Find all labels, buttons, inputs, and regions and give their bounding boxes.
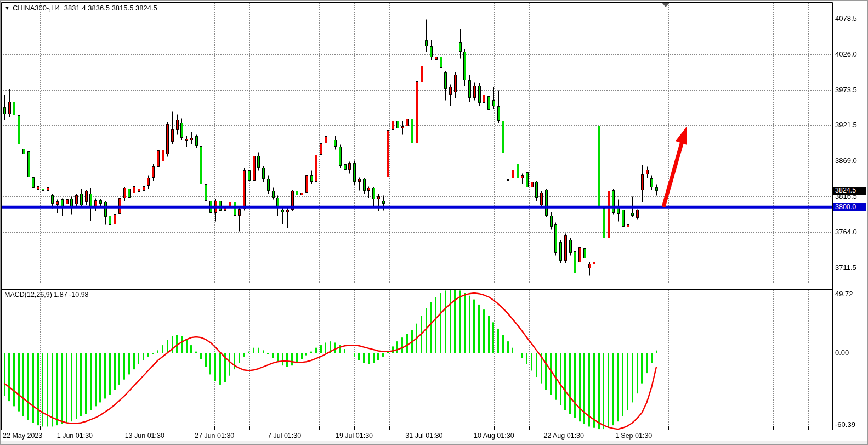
time-axis-label: 22 Aug 01:30 [543, 432, 584, 440]
price-axis-label: 4026.0 [835, 50, 857, 58]
time-axis-label: 13 Jun 01:30 [125, 432, 164, 440]
price-axis-label: 3973.5 [835, 86, 857, 94]
chart-window: ▼CHINA300-,H4 3831.4 3836.5 3815.5 3824.… [0, 0, 868, 445]
symbol-period-label: CHINA300-,H4 [13, 4, 60, 12]
time-axis-label: 27 Jun 01:30 [195, 432, 234, 440]
window-bottom-strip [1, 441, 868, 445]
time-axis-label: 10 Aug 01:30 [474, 432, 514, 440]
time-axis-label: 7 Jul 01:30 [268, 432, 301, 440]
price-axis-label: 3869.0 [835, 156, 857, 165]
ohlc-open: 3831.4 [64, 4, 86, 12]
ohlc-close: 3824.5 [135, 4, 157, 12]
time-axis-label: 22 May 2023 [3, 432, 42, 440]
ohlc-high: 3836.5 [88, 4, 110, 12]
time-axis-label: 31 Jul 01:30 [405, 432, 442, 440]
price-chart-canvas[interactable] [1, 1, 868, 445]
macd-axis-label: 49.72 [835, 290, 853, 298]
support-line-price-badge: 3800.0 [833, 203, 866, 211]
ohlc-low: 3815.5 [112, 4, 134, 12]
price-axis-label: 3711.5 [835, 263, 856, 272]
price-axis-label: 4078.5 [835, 14, 857, 22]
chart-shift-marker-icon[interactable] [662, 3, 670, 7]
symbol-dropdown-icon[interactable]: ▼ [4, 5, 10, 11]
macd-axis-label: 0.00 [835, 348, 849, 357]
time-axis-label: 1 Sep 01:30 [615, 432, 652, 440]
current-price-badge: 3824.5 [833, 187, 866, 195]
price-axis-label: 3921.5 [835, 121, 857, 129]
chart-title: ▼CHINA300-,H4 3831.4 3836.5 3815.5 3824.… [4, 4, 157, 12]
macd-axis-label: -60.39 [835, 420, 855, 429]
time-axis-label: 1 Jun 01:30 [57, 432, 93, 440]
macd-indicator-label: MACD(12,26,9) 1.87 -10.98 [4, 291, 89, 298]
price-axis-label: 3764.0 [835, 228, 857, 236]
time-axis-label: 19 Jul 01:30 [336, 432, 373, 440]
